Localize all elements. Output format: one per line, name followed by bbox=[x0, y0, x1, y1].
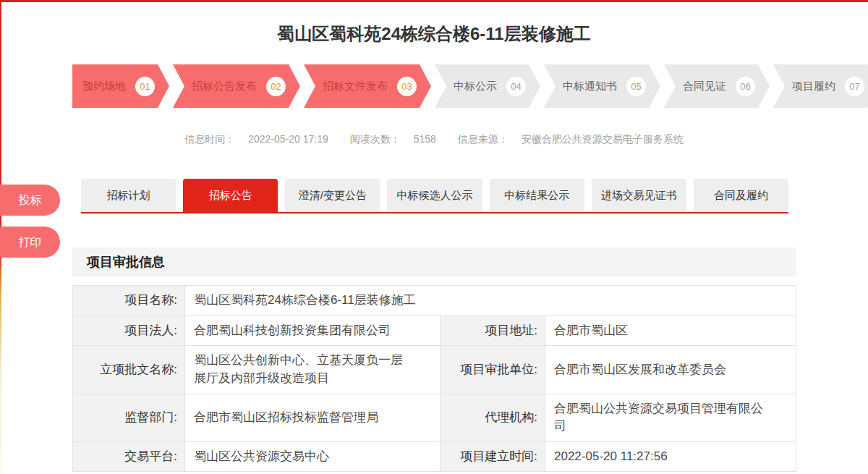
section-title-project-approval: 项目审批信息 bbox=[72, 247, 796, 276]
info-meta-line: 信息时间：2022-05-20 17:19 阅读次数：5158 信息来源：安徽合… bbox=[72, 132, 796, 145]
field-label-project-name: 项目名称: bbox=[73, 286, 185, 316]
step-number-badge: 07 bbox=[845, 77, 864, 96]
table-row: 监督部门: 合肥市蜀山区招标投标监督管理局 代理机构: 合肥蜀山公共资源交易项目… bbox=[73, 394, 796, 441]
tab-tender-announcement[interactable]: 招标公告 bbox=[183, 179, 278, 212]
tab-result-publicity[interactable]: 中标结果公示 bbox=[490, 179, 584, 212]
field-label-supervision-dept: 监督部门: bbox=[73, 394, 185, 441]
field-label-project-created-time: 项目建立时间: bbox=[441, 441, 545, 472]
progress-steps: 预约场地 01 招标公告发布 02 招标文件发布 03 中标公示 04 中标通知… bbox=[72, 64, 796, 108]
step-tender-announcement[interactable]: 招标公告发布 02 bbox=[173, 64, 300, 108]
step-number-badge: 04 bbox=[506, 77, 526, 96]
field-label-approval-unit: 项目审批单位: bbox=[441, 346, 545, 394]
meta-time-label: 信息时间： bbox=[184, 133, 235, 145]
step-label: 项目履约 bbox=[792, 80, 835, 93]
step-winner-publicity[interactable]: 中标公示 04 bbox=[435, 64, 540, 108]
page-title: 蜀山区蜀科苑24栋综合楼6-11层装修施工 bbox=[72, 2, 796, 43]
step-number-badge: 06 bbox=[736, 77, 755, 96]
meta-source-label: 信息来源： bbox=[458, 133, 509, 145]
tab-contract-performance[interactable]: 合同及履约 bbox=[694, 179, 788, 212]
bid-button[interactable]: 投标 bbox=[0, 185, 60, 216]
field-value-approval-doc-name: 蜀山区公共创新中心、立基天厦负一层展厅及内部升级改造项目 bbox=[185, 346, 441, 394]
field-label-trading-platform: 交易平台: bbox=[73, 441, 185, 472]
step-project-performance[interactable]: 项目履约 07 bbox=[773, 64, 868, 108]
tab-entry-certificate[interactable]: 进场交易见证书 bbox=[592, 179, 686, 212]
field-value-supervision-dept: 合肥市蜀山区招标投标监督管理局 bbox=[185, 394, 441, 441]
step-label: 招标文件发布 bbox=[323, 80, 388, 93]
table-row: 项目名称: 蜀山区蜀科苑24栋综合楼6-11层装修施工 bbox=[73, 286, 796, 316]
meta-source-value: 安徽合肥公共资源交易电子服务系统 bbox=[522, 133, 684, 145]
field-value-project-address: 合肥市蜀山区 bbox=[545, 316, 796, 346]
step-reserve-venue[interactable]: 预约场地 01 bbox=[72, 64, 169, 108]
tab-bar: 招标计划 招标公告 澄清/变更公告 中标候选人公示 中标结果公示 进场交易见证书… bbox=[81, 179, 788, 213]
project-approval-table: 项目名称: 蜀山区蜀科苑24栋综合楼6-11层装修施工 项目法人: 合肥蜀山科技… bbox=[72, 285, 796, 472]
step-label: 预约场地 bbox=[82, 80, 126, 93]
tab-tender-plan[interactable]: 招标计划 bbox=[81, 179, 176, 212]
field-value-project-created-time: 2022-05-20 11:27:56 bbox=[545, 441, 796, 472]
table-row: 项目法人: 合肥蜀山科技创新投资集团有限公司 项目地址: 合肥市蜀山区 bbox=[73, 316, 796, 346]
meta-views-label: 阅读次数： bbox=[350, 133, 401, 145]
field-label-agency: 代理机构: bbox=[441, 394, 545, 441]
step-label: 中标通知书 bbox=[563, 80, 617, 93]
tab-clarification-change[interactable]: 澄清/变更公告 bbox=[285, 179, 380, 212]
field-value-agency: 合肥蜀山公共资源交易项目管理有限公司 bbox=[545, 394, 796, 441]
step-number-badge: 03 bbox=[397, 77, 417, 96]
step-number-badge: 05 bbox=[626, 77, 646, 96]
step-label: 招标公告发布 bbox=[192, 80, 257, 93]
meta-time-value: 2022-05-20 17:19 bbox=[248, 133, 328, 145]
field-value-project-name: 蜀山区蜀科苑24栋综合楼6-11层装修施工 bbox=[185, 286, 796, 316]
step-number-badge: 02 bbox=[266, 77, 286, 96]
step-number-badge: 01 bbox=[135, 77, 155, 96]
main-content: 蜀山区蜀科苑24栋综合楼6-11层装修施工 预约场地 01 招标公告发布 02 … bbox=[72, 2, 796, 472]
field-value-approval-unit: 合肥市蜀山区发展和改革委员会 bbox=[545, 346, 796, 394]
tab-candidate-publicity[interactable]: 中标候选人公示 bbox=[387, 179, 482, 212]
step-tender-documents[interactable]: 招标文件发布 03 bbox=[304, 64, 431, 108]
field-label-project-address: 项目地址: bbox=[441, 316, 545, 346]
meta-views-value: 5158 bbox=[414, 133, 436, 145]
step-contract-witness[interactable]: 合同见证 06 bbox=[664, 64, 770, 108]
step-award-notice[interactable]: 中标通知书 05 bbox=[544, 64, 660, 108]
table-row: 交易平台: 蜀山区公共资源交易中心 项目建立时间: 2022-05-20 11:… bbox=[73, 441, 796, 472]
field-value-legal-person: 合肥蜀山科技创新投资集团有限公司 bbox=[185, 316, 441, 346]
field-label-legal-person: 项目法人: bbox=[73, 316, 185, 346]
field-label-approval-doc-name: 立项批文名称: bbox=[73, 346, 185, 394]
print-button[interactable]: 打印 bbox=[0, 227, 60, 258]
field-value-trading-platform: 蜀山区公共资源交易中心 bbox=[185, 441, 441, 472]
step-label: 合同见证 bbox=[683, 80, 726, 93]
table-row: 立项批文名称: 蜀山区公共创新中心、立基天厦负一层展厅及内部升级改造项目 项目审… bbox=[73, 346, 796, 394]
step-label: 中标公示 bbox=[454, 80, 497, 93]
